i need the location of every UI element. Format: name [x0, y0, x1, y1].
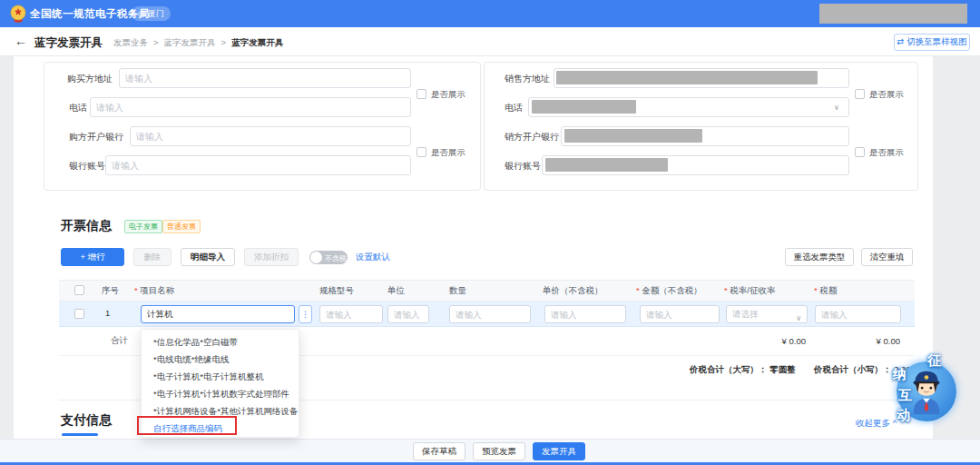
row-checkbox[interactable]	[74, 309, 84, 319]
select-all-checkbox[interactable]	[74, 285, 84, 295]
app-header: 全国统一规范电子税务局 ◎ 厦门	[0, 0, 980, 27]
sum-uppercase: 价税合计（大写）： 零圆整	[690, 364, 796, 376]
buyer-account-input[interactable]	[105, 155, 411, 175]
preview-invoice-button[interactable]: 预览发票	[473, 442, 525, 460]
total-label: 合计	[111, 335, 128, 347]
detail-import-button[interactable]: 明细导入	[181, 248, 235, 266]
breadcrumb: 发票业务 > 蓝字发票开具 > 蓝字发票开具	[113, 37, 283, 49]
unit-price-input[interactable]	[544, 305, 626, 323]
invoice-section-title: 开票信息	[61, 218, 112, 234]
clear-refill-button[interactable]: 清空重填	[861, 248, 913, 266]
item-name-input[interactable]	[141, 305, 295, 323]
col-header-qty: 数量	[449, 285, 466, 297]
breadcrumb-separator: >	[221, 37, 227, 49]
toggle-knob	[310, 252, 322, 263]
sum-uppercase-value: 零圆整	[769, 364, 796, 374]
dropdown-item[interactable]: *电子计算机*计算机数字式处理部件	[142, 385, 299, 402]
buyer-address-input[interactable]	[119, 68, 411, 88]
total-tax: ¥ 0.00	[853, 336, 900, 346]
buyer-phone-label: 电话	[69, 102, 87, 114]
payment-tab-underline	[62, 433, 98, 436]
show-checkbox-label: 是否展示	[431, 147, 466, 159]
switch-to-invoice-view-button[interactable]: ⇄ 切换至票样视图	[894, 34, 970, 51]
unit-input[interactable]	[387, 305, 429, 323]
chevron-down-icon: ∨	[796, 311, 801, 327]
seller-phone-label: 电话	[505, 102, 523, 114]
col-header-item-name: 项目名称	[134, 285, 174, 297]
seller-info-panel: 销售方地址 是否展示 电话 ∨ 销方开户银行 是否展示 银行账号	[484, 62, 918, 191]
save-draft-button[interactable]: 保存草稿	[413, 442, 466, 460]
header-redacted-user-info	[819, 4, 967, 24]
dropdown-item[interactable]: *电子计算机*电子计算机整机	[142, 368, 299, 385]
seller-phone-redaction	[532, 100, 636, 114]
buyer-bank-show-checkbox[interactable]	[416, 147, 426, 157]
breadcrumb-separator: >	[153, 37, 159, 49]
mascot-char: 纳	[893, 366, 906, 383]
mascot-char: 动	[897, 407, 910, 424]
annotation-highlight-box	[137, 416, 237, 435]
location-badge[interactable]: ◎ 厦门	[132, 6, 171, 21]
tax-rate-select[interactable]: 请选择 ∨	[726, 305, 808, 323]
breadcrumb-item[interactable]: 发票业务	[113, 37, 148, 49]
tax-assistant-mascot[interactable]: 征 纳 互 动	[889, 352, 960, 427]
item-more-options-button[interactable]: ⋮	[299, 305, 312, 323]
tax-amount-input[interactable]	[815, 305, 901, 323]
items-table-header	[59, 280, 915, 302]
seller-bank-label: 销方开户银行	[505, 131, 559, 143]
tax-bureau-emblem-icon	[9, 5, 27, 23]
spec-input[interactable]	[319, 305, 383, 323]
breadcrumb-item-current: 蓝字发票开具	[231, 37, 283, 49]
seller-bank-redaction	[564, 129, 702, 143]
show-checkbox-label: 是否展示	[869, 147, 904, 159]
col-header-spec: 规格型号	[319, 285, 354, 297]
buyer-bank-label: 购方开户银行	[69, 131, 123, 143]
breadcrumb-item[interactable]: 蓝字发票开具	[164, 37, 216, 49]
chevron-down-icon: ∨	[834, 104, 839, 112]
back-arrow-icon[interactable]: ←	[15, 34, 27, 48]
breadcrumb-bar: ← 蓝字发票开具 发票业务 > 蓝字发票开具 > 蓝字发票开具	[0, 27, 980, 56]
col-header-tax-rate: 税率/征收率	[724, 285, 775, 297]
sum-lowercase-label: 价税合计（小写）：	[814, 364, 892, 374]
col-header-unit: 单位	[387, 285, 405, 297]
mascot-char: 征	[927, 352, 941, 370]
app-screen: 全国统一规范电子税务局 ◎ 厦门 ← 蓝字发票开具 发票业务 > 蓝字发票开具 …	[0, 0, 980, 465]
col-header-seq: 序号	[102, 285, 119, 297]
add-discount-button[interactable]: 添加折扣	[244, 248, 299, 266]
reselect-invoice-type-button[interactable]: 重选发票类型	[785, 248, 854, 266]
issue-invoice-button[interactable]: 发票开具	[533, 442, 585, 460]
col-header-unit-price: 单价（不含税）	[543, 285, 603, 297]
buyer-account-label: 银行账号	[69, 160, 105, 173]
switch-view-label: 切换至票样视图	[906, 36, 967, 46]
electronic-invoice-tag: 电子发票	[124, 220, 162, 233]
buyer-phone-input[interactable]	[90, 97, 411, 117]
add-row-button[interactable]: + 增行	[61, 248, 124, 266]
seller-account-redaction	[545, 158, 668, 172]
show-checkbox-label: 是否展示	[869, 89, 904, 101]
col-header-tax: 税额	[814, 285, 837, 297]
buyer-bank-input[interactable]	[130, 126, 411, 146]
page-title: 蓝字发票开具	[34, 35, 103, 51]
seller-address-show-checkbox[interactable]	[855, 89, 865, 99]
dropdown-item[interactable]: *电线电缆*绝缘电线	[142, 351, 299, 368]
tax-excluded-toggle[interactable]: 不含税	[309, 251, 348, 264]
location-pin-icon: ◎	[138, 7, 145, 21]
seller-address-label: 销售方地址	[505, 73, 550, 85]
row-seq: 1	[105, 308, 110, 318]
location-name: 厦门	[148, 7, 164, 21]
switch-view-icon: ⇄	[897, 36, 904, 46]
show-checkbox-label: 是否展示	[431, 89, 466, 101]
sum-uppercase-label: 价税合计（大写）：	[690, 364, 768, 374]
mascot-char: 互	[898, 387, 912, 404]
dropdown-item[interactable]: *信息化学品*空白磁带	[142, 333, 299, 351]
col-header-amount: 金额（不含税）	[636, 285, 702, 297]
commodity-code-dropdown: *信息化学品*空白磁带 *电线电缆*绝缘电线 *电子计算机*电子计算机整机 *电…	[141, 329, 299, 438]
delete-row-button[interactable]: 删除	[133, 248, 172, 266]
seller-bank-show-checkbox[interactable]	[855, 147, 865, 157]
buyer-address-show-checkbox[interactable]	[416, 89, 426, 99]
amount-input[interactable]	[640, 305, 720, 323]
qty-input[interactable]	[449, 305, 531, 323]
tax-rate-placeholder: 请选择	[732, 309, 759, 319]
set-default-link[interactable]: 设置默认	[356, 252, 390, 263]
total-amount: ¥ 0.00	[760, 336, 806, 346]
seller-address-redaction	[556, 71, 818, 84]
